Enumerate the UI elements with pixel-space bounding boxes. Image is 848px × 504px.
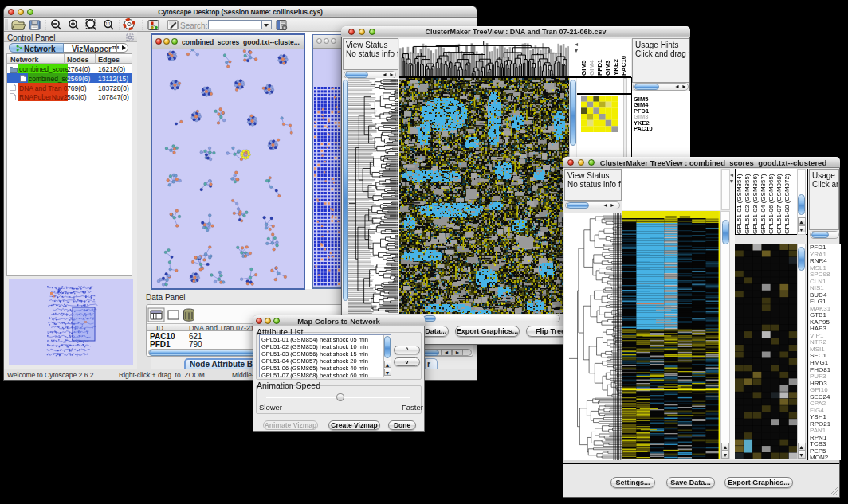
svg-text:1:1: 1:1	[105, 22, 111, 26]
